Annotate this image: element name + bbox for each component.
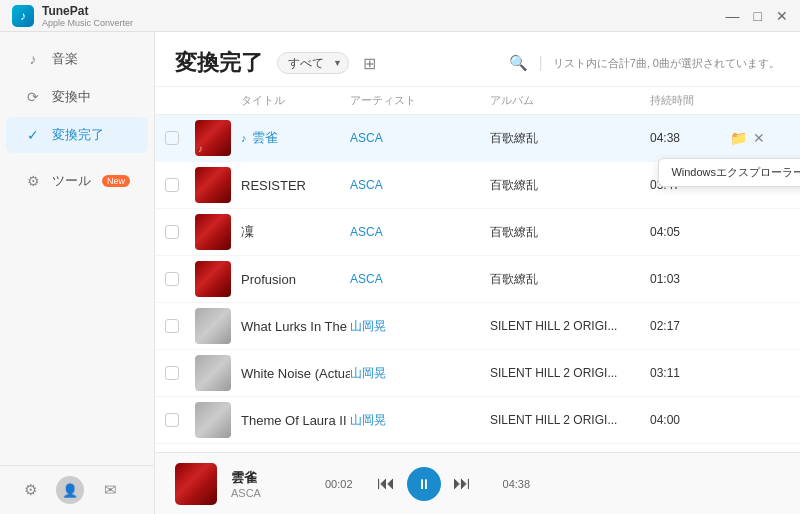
row-artist: ASCA bbox=[350, 178, 490, 192]
sidebar-item-tools[interactable]: ⚙ ツール New bbox=[6, 163, 148, 199]
music-icon: ♪ bbox=[24, 50, 42, 68]
title-bar-left: ♪ TunePat Apple Music Converter bbox=[12, 4, 133, 28]
sidebar-label-converted: 変換完了 bbox=[52, 126, 104, 144]
table-row[interactable]: What Lurks In The Forest 山岡晃 SILENT HILL… bbox=[155, 303, 800, 350]
play-pause-button[interactable]: ⏸ bbox=[407, 467, 441, 501]
player-artist: ASCA bbox=[231, 487, 311, 499]
row-title: 凜 bbox=[241, 223, 350, 241]
album-art bbox=[195, 167, 231, 203]
tooltip-popup: Windowsエクスプローラーで表示 bbox=[658, 158, 800, 187]
maximize-button[interactable]: □ bbox=[754, 9, 762, 23]
row-duration: 04:00 bbox=[650, 413, 730, 427]
album-art bbox=[195, 214, 231, 250]
row-checkbox[interactable] bbox=[165, 131, 179, 145]
row-checkbox[interactable] bbox=[165, 319, 179, 333]
table-row[interactable]: Theme Of Laura II 山岡晃 SILENT HILL 2 ORIG… bbox=[155, 397, 800, 444]
sidebar-item-music[interactable]: ♪ 音楽 bbox=[6, 41, 148, 77]
player-controls: ⏮ ⏸ ⏭ bbox=[377, 467, 471, 501]
filter-wrap: すべて ▼ bbox=[277, 52, 349, 74]
table-row[interactable]: ♪ ♪ 雲雀 ASCA 百歌繚乱 04:38 📁 ✕ Windowsエクスプロー… bbox=[155, 115, 800, 162]
th-actions bbox=[730, 93, 790, 108]
app-logo: ♪ bbox=[12, 5, 34, 27]
row-album: SILENT HILL 2 ORIGI... bbox=[490, 319, 650, 333]
sidebar-label-converting: 変換中 bbox=[52, 88, 91, 106]
album-thumb bbox=[195, 308, 231, 344]
row-album: SILENT HILL 2 ORIGI... bbox=[490, 413, 650, 427]
settings-icon[interactable]: ⚙ bbox=[18, 478, 42, 502]
player-info: 雲雀 ASCA bbox=[231, 469, 311, 499]
row-duration: 04:38 bbox=[650, 131, 730, 145]
table-row[interactable]: 凜 ASCA 百歌繚乱 04:05 bbox=[155, 209, 800, 256]
row-title-text: 雲雀 bbox=[252, 129, 278, 147]
content-area: 変換完了 すべて ▼ ⊞ 🔍 | リスト内に合計7曲, 0曲が選択されています。… bbox=[155, 32, 800, 514]
tools-icon: ⚙ bbox=[24, 172, 42, 190]
th-duration: 持続時間 bbox=[650, 93, 730, 108]
album-art bbox=[195, 261, 231, 297]
player-time-elapsed: 00:02 bbox=[325, 478, 353, 490]
table-container[interactable]: タイトル アーティスト アルバム 持続時間 ♪ ♪ 雲雀 ASCA bbox=[155, 87, 800, 452]
page-title: 変換完了 bbox=[175, 48, 263, 78]
row-title-text: 凜 bbox=[241, 223, 254, 241]
row-title-text: What Lurks In The Forest bbox=[241, 319, 350, 334]
player-thumb bbox=[175, 463, 217, 505]
row-artist: ASCA bbox=[350, 131, 490, 145]
filter-select[interactable]: すべて bbox=[277, 52, 349, 74]
folder-icon[interactable]: 📁 bbox=[730, 130, 747, 146]
album-thumb bbox=[195, 402, 231, 438]
row-artist: ASCA bbox=[350, 225, 490, 239]
row-checkbox[interactable] bbox=[165, 366, 179, 380]
table-row[interactable]: Profusion ASCA 百歌繚乱 01:03 bbox=[155, 256, 800, 303]
table-row[interactable]: White Noise (Actual Noise) 山岡晃 SILENT HI… bbox=[155, 350, 800, 397]
header-status: リスト内に合計7曲, 0曲が選択されています。 bbox=[553, 56, 780, 71]
album-art: ♪ bbox=[195, 120, 231, 156]
header-right: 🔍 | リスト内に合計7曲, 0曲が選択されています。 bbox=[509, 54, 780, 72]
row-title: What Lurks In The Forest bbox=[241, 319, 350, 334]
sidebar-spacer bbox=[0, 200, 154, 465]
row-title-text: Profusion bbox=[241, 272, 296, 287]
grid-view-icon[interactable]: ⊞ bbox=[363, 54, 376, 73]
app-title: TunePat bbox=[42, 4, 133, 18]
header-divider: | bbox=[538, 54, 542, 72]
row-artist: 山岡晃 bbox=[350, 412, 490, 429]
tools-badge: New bbox=[102, 175, 130, 187]
prev-track-button[interactable]: ⏮ bbox=[377, 473, 395, 494]
sidebar-bottom: ⚙ 👤 ✉ bbox=[0, 465, 154, 514]
mail-icon[interactable]: ✉ bbox=[98, 478, 122, 502]
album-thumb: ♪ bbox=[195, 120, 231, 156]
sidebar-item-converting[interactable]: ⟳ 変換中 bbox=[6, 79, 148, 115]
row-duration: 02:17 bbox=[650, 319, 730, 333]
content-header: 変換完了 すべて ▼ ⊞ 🔍 | リスト内に合計7曲, 0曲が選択されています。 bbox=[155, 32, 800, 87]
row-title-text: RESISTER bbox=[241, 178, 306, 193]
row-title: Profusion bbox=[241, 272, 350, 287]
table-header: タイトル アーティスト アルバム 持続時間 bbox=[155, 87, 800, 115]
converting-icon: ⟳ bbox=[24, 88, 42, 106]
sidebar-item-converted[interactable]: ✓ 変換完了 bbox=[6, 117, 148, 153]
next-track-button[interactable]: ⏭ bbox=[453, 473, 471, 494]
row-checkbox[interactable] bbox=[165, 225, 179, 239]
row-title: White Noise (Actual Noise) bbox=[241, 366, 350, 381]
row-checkbox[interactable] bbox=[165, 178, 179, 192]
avatar[interactable]: 👤 bbox=[56, 476, 84, 504]
row-album: 百歌繚乱 bbox=[490, 177, 650, 194]
row-duration: 04:05 bbox=[650, 225, 730, 239]
row-title: Theme Of Laura II bbox=[241, 413, 350, 428]
row-album: 百歌繚乱 bbox=[490, 130, 650, 147]
th-thumb bbox=[195, 93, 241, 108]
album-thumb bbox=[195, 261, 231, 297]
row-checkbox[interactable] bbox=[165, 272, 179, 286]
search-icon[interactable]: 🔍 bbox=[509, 54, 528, 72]
th-check bbox=[165, 93, 195, 108]
row-duration: 01:03 bbox=[650, 272, 730, 286]
row-album: 百歌繚乱 bbox=[490, 271, 650, 288]
row-actions: 📁 ✕ Windowsエクスプローラーで表示 bbox=[730, 130, 790, 146]
minimize-button[interactable]: — bbox=[726, 9, 740, 23]
row-title-text: White Noise (Actual Noise) bbox=[241, 366, 350, 381]
row-checkbox[interactable] bbox=[165, 413, 179, 427]
row-artist: ASCA bbox=[350, 272, 490, 286]
close-button[interactable]: ✕ bbox=[776, 9, 788, 23]
album-art bbox=[195, 402, 231, 438]
main-layout: ♪ 音楽 ⟳ 変換中 ✓ 変換完了 ⚙ ツール New ⚙ 👤 ✉ 変 bbox=[0, 32, 800, 514]
album-thumb bbox=[195, 167, 231, 203]
delete-icon[interactable]: ✕ bbox=[753, 130, 765, 146]
row-album: SILENT HILL 2 ORIGI... bbox=[490, 366, 650, 380]
